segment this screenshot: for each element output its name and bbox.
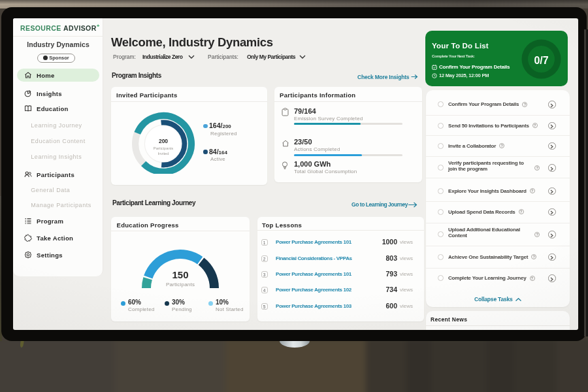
svg-text:Invited: Invited <box>157 152 169 155</box>
svg-text:0/7: 0/7 <box>534 55 548 66</box>
svg-text:Participants: Participants <box>154 146 173 150</box>
svg-text:200: 200 <box>159 138 168 144</box>
